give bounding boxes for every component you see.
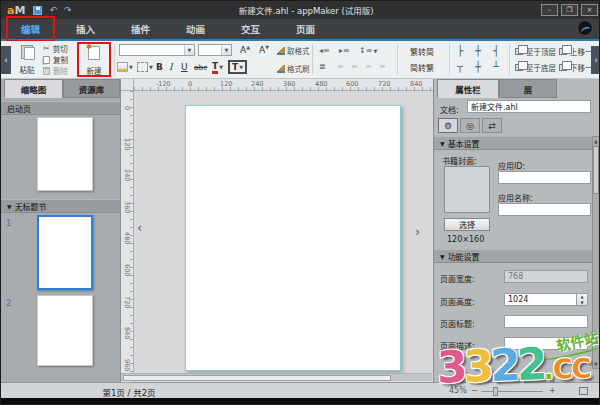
increase-indent-icon[interactable]: ▸≡ [339, 46, 350, 55]
text-style-button[interactable]: T▼ [228, 60, 247, 74]
save-icon[interactable] [33, 6, 42, 15]
book-cover-preview[interactable] [444, 166, 490, 213]
stepper-down-icon[interactable]: ▼ [580, 300, 583, 306]
gear-settings-icon[interactable]: ⚙ [438, 118, 458, 133]
italic-button[interactable]: I [169, 60, 173, 74]
v-tick: 720 [123, 296, 131, 308]
align-object-left-icon[interactable]: ├ [457, 46, 463, 56]
zoom-out-button[interactable]: − [471, 386, 478, 395]
simplified-to-traditional-button[interactable]: 简转繁 [401, 61, 443, 74]
font-size-select[interactable]: ▼ [198, 44, 232, 56]
close-button[interactable]: × [581, 4, 598, 16]
undo-icon[interactable]: ↶ [49, 5, 57, 15]
strikethrough-button[interactable]: abc [194, 60, 207, 74]
tab-animation[interactable]: 动画 [174, 19, 217, 39]
wheel-icon[interactable]: ◎ [460, 118, 480, 133]
traditional-to-simplified-button[interactable]: 繁转简 [401, 45, 443, 58]
ribbon-scroll-left-button[interactable]: ‹ [1, 46, 11, 74]
function-settings-header[interactable]: ▼功能设置 [434, 249, 600, 263]
scroll-up-icon[interactable]: ▲ [593, 138, 599, 144]
decrease-indent-icon[interactable]: ◂≡ [319, 46, 330, 55]
bullet-list-icon[interactable]: ≣ [319, 62, 326, 71]
document-name-input[interactable] [467, 100, 591, 113]
bring-to-front-button[interactable]: 至于顶层 [515, 46, 556, 57]
h-tick: 0 [188, 80, 192, 88]
maximize-button[interactable]: ❐ [561, 4, 578, 16]
zoom-slider-thumb[interactable] [493, 387, 498, 396]
redo-icon[interactable]: ↷ [64, 5, 72, 15]
border-style-button[interactable]: ▼ [137, 60, 153, 74]
copy-button[interactable]: 复制 [43, 55, 68, 64]
font-family-dropdown-icon[interactable]: ▼ [184, 45, 194, 55]
horizontal-scrollbar-thumb[interactable] [123, 375, 391, 381]
format-painter-button[interactable]: 格式刷 [277, 63, 310, 74]
basic-settings-header[interactable]: ▼基本设置 [434, 136, 600, 150]
about-logo-icon[interactable] [577, 20, 593, 36]
font-family-select[interactable]: ▼ [119, 44, 195, 56]
fill-color-button[interactable]: ▼ [117, 60, 133, 74]
document-page[interactable] [185, 105, 401, 371]
basic-settings-triangle-icon[interactable]: ▼ [440, 140, 445, 147]
scroll-down-icon[interactable]: ▼ [593, 361, 599, 367]
font-size-dropdown-icon[interactable]: ▼ [221, 45, 231, 55]
page-2-thumbnail[interactable] [37, 295, 93, 366]
send-to-back-button[interactable]: 至于底层 [515, 62, 556, 73]
cut-button[interactable]: ✂剪切 [43, 44, 68, 53]
select-cover-button[interactable]: 选择 [444, 218, 490, 231]
align-object-top-icon[interactable]: ┬ [457, 62, 463, 72]
underline-button[interactable]: U [181, 60, 188, 74]
page-description-input[interactable] [504, 337, 588, 350]
align-object-vcenter-icon[interactable]: ┼ [475, 62, 481, 72]
page-title-input[interactable] [504, 315, 588, 328]
page-height-input[interactable] [504, 293, 577, 306]
horizontal-scrollbar[interactable] [121, 373, 432, 381]
previous-page-chevron[interactable]: ‹ [137, 221, 142, 234]
next-page-chevron[interactable]: › [415, 225, 420, 238]
zoom-slider-track[interactable] [481, 391, 543, 392]
page-1-thumbnail[interactable] [37, 215, 93, 290]
align-right-text-icon[interactable]: ≡ [365, 62, 372, 71]
page-description-label: 页面描述: [440, 340, 475, 351]
justify-text-icon[interactable]: ≡ [379, 62, 386, 71]
startup-page-thumbnail[interactable] [37, 117, 93, 191]
align-center-text-icon[interactable]: ≡ [351, 62, 358, 71]
fit-page-icon[interactable] [579, 387, 588, 395]
tab-properties[interactable]: 属性栏 [437, 79, 499, 98]
align-left-text-icon[interactable]: ≡ [337, 62, 344, 71]
ribbon-scroll-right-button[interactable]: › [591, 46, 600, 74]
delete-button[interactable]: 删除 [43, 66, 68, 75]
untitled-section-header[interactable]: ▼无标题节 [1, 199, 120, 213]
minimize-button[interactable]: – [541, 4, 558, 16]
function-settings-triangle-icon[interactable]: ▼ [440, 253, 445, 260]
tab-resource-library[interactable]: 资源库 [63, 79, 120, 98]
grow-font-button[interactable]: A▲ [240, 44, 250, 55]
align-object-hcenter-icon[interactable]: ┼ [475, 46, 481, 56]
properties-scrollbar-thumb[interactable] [593, 146, 599, 194]
tab-thumbnails[interactable]: 缩略图 [4, 79, 63, 98]
line-spacing-icon[interactable]: ↕≡▼ [359, 46, 377, 55]
align-object-right-icon[interactable]: ┤ [493, 46, 499, 56]
page-height-stepper[interactable]: ▲▼ [577, 293, 588, 306]
tab-interaction[interactable]: 交互 [229, 19, 272, 39]
tab-plugin[interactable]: 插件 [119, 19, 162, 39]
tab-edit[interactable]: 编辑 [9, 19, 52, 39]
startup-page-section-header[interactable]: 启动页 [1, 101, 120, 115]
swap-arrows-icon[interactable]: ⇄ [482, 118, 502, 133]
tab-page[interactable]: 页面 [284, 19, 327, 39]
collapse-triangle-icon[interactable]: ▼ [7, 203, 12, 210]
pick-format-button[interactable]: 取格式 [277, 45, 310, 56]
shrink-font-button[interactable]: A▼ [259, 44, 269, 55]
bold-button[interactable]: B [156, 60, 163, 74]
tab-layers[interactable]: 层 [499, 79, 557, 98]
v-tick: 120 [123, 138, 131, 150]
app-id-input[interactable] [498, 171, 591, 184]
tab-insert[interactable]: 插入 [64, 19, 107, 39]
cut-icon: ✂ [43, 45, 50, 53]
align-object-bottom-icon[interactable]: ┴ [493, 62, 499, 72]
new-button[interactable]: 新建 [80, 44, 108, 77]
properties-scrollbar[interactable]: ▲ ▼ [592, 136, 600, 369]
font-color-button[interactable]: T▼ [212, 60, 223, 74]
app-name-input[interactable] [498, 203, 591, 216]
zoom-in-button[interactable]: + [549, 386, 556, 395]
paste-button[interactable]: 粘贴 [13, 43, 41, 76]
